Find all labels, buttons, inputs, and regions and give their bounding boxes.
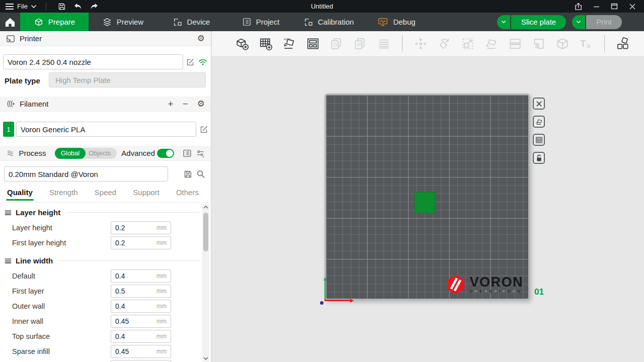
tab-calibration[interactable]: Calibration	[291, 13, 366, 31]
tab-debug[interactable]: Debug	[366, 13, 427, 31]
setting-value: 0.2	[115, 239, 156, 247]
setting-input[interactable]: 0.4mm	[111, 330, 171, 343]
orca-slicer-window: File Untitled	[0, 0, 644, 362]
build-plate[interactable]: VORON DESIGN	[325, 94, 530, 300]
setting-input[interactable]: 0.45mm	[111, 345, 171, 358]
setting-input[interactable]: 0.2mm	[111, 236, 171, 249]
settings-scrollbar[interactable]	[202, 204, 209, 362]
tab-others[interactable]: Others	[176, 188, 199, 201]
printer-settings-gear-icon[interactable]: ⚙	[197, 34, 205, 43]
slice-plate-button[interactable]: Slice plate	[511, 15, 566, 29]
tab-strength[interactable]: Strength	[49, 188, 78, 201]
variable-layer-height-icon	[376, 36, 391, 51]
filament-settings-gear-icon[interactable]: ⚙	[197, 100, 205, 108]
setting-value: 0.5	[115, 287, 156, 295]
save-button[interactable]	[55, 2, 68, 12]
arrange-plate-button[interactable]	[533, 134, 545, 146]
tab-prepare[interactable]: Prepare	[20, 13, 89, 31]
printer-preset-select[interactable]: Voron 2.4 250 0.4 nozzle	[3, 54, 183, 69]
setting-input[interactable]: 0.45mm	[111, 315, 171, 328]
process-tabs: Quality Strength Speed Support Others	[0, 187, 211, 203]
add-plate-icon	[258, 36, 273, 51]
text-tool-icon: Ta	[579, 36, 594, 51]
scrollbar-thumb[interactable]	[203, 213, 208, 251]
tab-project[interactable]: Project	[230, 13, 291, 31]
orient-plate-button[interactable]	[533, 116, 545, 128]
assembly-icon	[615, 36, 630, 51]
place-on-face-icon	[484, 36, 499, 51]
scroll-down-arrow[interactable]	[202, 355, 209, 362]
tab-support[interactable]: Support	[133, 188, 159, 201]
remove-filament-button[interactable]: −	[183, 99, 188, 109]
setting-row: First layer0.5mm	[0, 285, 203, 298]
setting-input[interactable]: 0.5mm	[111, 285, 171, 298]
save-preset-button[interactable]	[182, 168, 193, 179]
file-menu[interactable]: File	[5, 3, 28, 10]
arrange-plate-icon	[535, 136, 543, 144]
navbar: Prepare Preview Device Project Calibrati…	[0, 13, 644, 31]
print-options-chevron[interactable]	[572, 15, 585, 29]
setting-input[interactable]: 0.2mm	[111, 221, 171, 234]
printer-connection-button[interactable]	[197, 56, 208, 67]
plate-type-select[interactable]: High Temp Plate	[49, 72, 206, 87]
edit-printer-button[interactable]	[185, 56, 196, 67]
filament-slot-number[interactable]: 1	[3, 122, 14, 137]
plate-type-label: Plate type	[5, 76, 40, 85]
model-cube[interactable]	[415, 192, 435, 213]
setting-value: 0.45	[115, 317, 156, 325]
lock-plate-icon	[536, 154, 542, 162]
scroll-up-arrow[interactable]	[202, 204, 209, 211]
search-parameters-button[interactable]	[195, 168, 206, 179]
setting-label: Top surface	[12, 332, 111, 340]
rotate-icon	[437, 36, 452, 51]
arrange-button[interactable]	[303, 34, 323, 54]
search-settings-icon[interactable]	[196, 149, 205, 158]
advanced-label: Advanced	[121, 149, 155, 157]
home-button[interactable]	[0, 13, 20, 31]
lock-plate-button[interactable]	[533, 152, 545, 164]
tab-label: Prepare	[48, 18, 75, 26]
edit-filament-button[interactable]	[198, 124, 209, 135]
scope-objects[interactable]: Objects	[86, 148, 117, 159]
maximize-button[interactable]	[609, 2, 620, 12]
assembly-button[interactable]	[613, 34, 633, 54]
advanced-toggle[interactable]	[157, 149, 174, 158]
logo-subtitle-letter: D	[469, 289, 472, 294]
variable-layer-height-button	[374, 34, 394, 54]
add-filament-button[interactable]: +	[168, 99, 174, 109]
scope-global[interactable]: Global	[55, 148, 86, 159]
chevron-down-icon[interactable]	[31, 5, 37, 9]
printer-section-title: Printer	[20, 34, 42, 43]
share-button[interactable]	[573, 2, 584, 12]
setting-value: 0.2	[115, 224, 156, 232]
tab-speed[interactable]: Speed	[95, 188, 116, 201]
redo-button[interactable]	[88, 2, 101, 12]
parameter-table-icon[interactable]	[183, 149, 192, 158]
filament-preset-select[interactable]: Voron Generic PLA	[16, 122, 196, 137]
setting-input[interactable]: 0.4mm	[111, 300, 171, 313]
close-button[interactable]	[627, 2, 638, 12]
minimize-button[interactable]	[591, 2, 602, 12]
add-object-icon	[234, 36, 250, 51]
undo-button[interactable]	[71, 2, 85, 12]
setting-input[interactable]	[111, 360, 171, 362]
delete-plate-button[interactable]	[533, 98, 545, 110]
add-object-button[interactable]	[232, 34, 252, 54]
viewport-3d[interactable]: AUTO0PTa VORON DESIGN 01	[212, 31, 644, 362]
svg-text:a: a	[587, 42, 591, 49]
print-button[interactable]: Print	[586, 15, 622, 29]
tab-preview[interactable]: Preview	[89, 13, 157, 31]
process-preset-select[interactable]: 0.20mm Standard @Voron	[4, 166, 168, 182]
process-section-header: Process Global Objects Advanced	[0, 146, 211, 161]
hamburger-icon	[5, 3, 14, 10]
add-plate-button[interactable]	[256, 34, 276, 54]
settings-group-title: Line width	[16, 256, 53, 265]
process-scope-toggle[interactable]: Global Objects	[55, 148, 117, 159]
tab-device[interactable]: Device	[157, 13, 225, 31]
slice-options-chevron[interactable]	[497, 15, 510, 29]
move-button	[411, 34, 431, 54]
tab-quality[interactable]: Quality	[7, 188, 33, 201]
setting-input[interactable]: 0.4mm	[111, 269, 171, 283]
auto-orient-button[interactable]: AUTO	[279, 34, 299, 54]
save-icon	[58, 3, 66, 11]
